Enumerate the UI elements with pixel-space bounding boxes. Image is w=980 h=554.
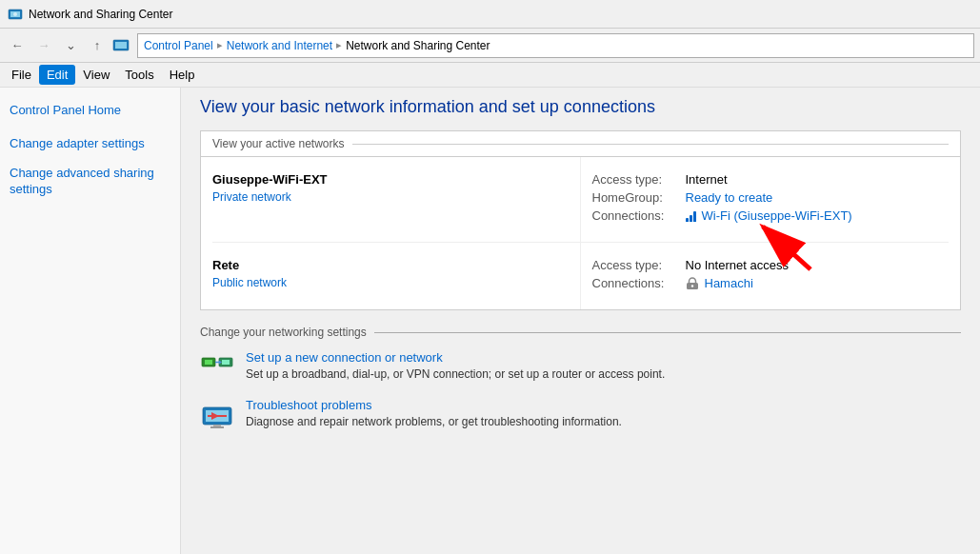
troubleshoot-icon: [200, 398, 234, 432]
settings-item-troubleshoot: Troubleshoot problems Diagnose and repai…: [200, 398, 961, 432]
network-2-connections-label: Connections:: [592, 276, 678, 290]
network-2-right: Access type: No Internet access Connecti…: [581, 243, 961, 309]
svg-point-6: [690, 285, 692, 287]
menu-tools[interactable]: Tools: [117, 65, 161, 85]
menu-file[interactable]: File: [4, 65, 39, 85]
network-1-access-label: Access type:: [592, 172, 678, 187]
settings-header-line: [374, 332, 961, 333]
svg-rect-10: [205, 360, 212, 365]
breadcrumb-bar: Control Panel ▸ Network and Internet ▸ N…: [137, 33, 974, 58]
breadcrumb-sep-2: ▸: [336, 39, 342, 51]
network-2-connections-link[interactable]: Hamachi: [686, 276, 753, 290]
menu-bar: File Edit View Tools Help: [0, 63, 980, 88]
network-2-left: Rete Public network: [201, 243, 581, 309]
network-1-type: Private network: [212, 190, 569, 204]
page-title: View your basic network information and …: [200, 97, 961, 117]
dropdown-button[interactable]: ⌄: [59, 34, 82, 57]
network-1-access-row: Access type: Internet: [592, 172, 950, 187]
network-1-right: Access type: Internet HomeGroup: Ready t…: [581, 157, 961, 242]
menu-view[interactable]: View: [75, 65, 117, 85]
network-2-access-value: No Internet access: [686, 258, 789, 272]
network-2-access-row: Access type: No Internet access: [592, 258, 950, 272]
network-1-connections-link[interactable]: Wi-Fi (Giuseppe-WiFi-EXT): [686, 208, 852, 223]
active-networks-label: View your active networks: [212, 137, 345, 150]
wifi-icon: [686, 209, 696, 222]
network-2-access-label: Access type:: [592, 258, 678, 272]
network-2-row: Rete Public network Access type: No Inte…: [201, 243, 960, 309]
svg-rect-12: [222, 360, 230, 365]
main-layout: Control Panel Home Change adapter settin…: [0, 88, 980, 554]
connection-icon-box: [200, 350, 234, 385]
back-button[interactable]: ←: [6, 34, 29, 57]
content-area: View your basic network information and …: [181, 88, 980, 554]
settings-header-label: Change your networking settings: [200, 326, 367, 339]
network-1-homegroup-label: HomeGroup:: [592, 190, 678, 205]
connection-icon: [200, 350, 234, 385]
title-bar-text: Network and Sharing Center: [29, 8, 172, 21]
menu-edit[interactable]: Edit: [39, 65, 75, 85]
menu-help[interactable]: Help: [162, 65, 203, 85]
breadcrumb-current: Network and Sharing Center: [346, 39, 490, 52]
breadcrumb-network-internet[interactable]: Network and Internet: [227, 39, 332, 52]
settings-troubleshoot-text: Troubleshoot problems Diagnose and repai…: [246, 398, 961, 430]
network-1-connections-row: Connections: Wi-Fi (Giuseppe-WiFi-EXT): [592, 208, 950, 223]
svg-point-2: [13, 12, 17, 16]
address-bar: ← → ⌄ ↑ Control Panel ▸ Network and Inte…: [0, 29, 980, 63]
wifi-bar-2: [690, 215, 692, 222]
network-2-connections-row: Connections: Hamachi: [592, 276, 950, 290]
sidebar-adapter-settings[interactable]: Change adapter settings: [10, 136, 170, 152]
forward-button[interactable]: →: [32, 34, 55, 57]
settings-item-connection: Set up a new connection or network Set u…: [200, 350, 961, 385]
network-1-left: Giuseppe-WiFi-EXT Private network: [201, 157, 581, 242]
network-1-connections-value: Wi-Fi (Giuseppe-WiFi-EXT): [702, 208, 852, 223]
network-1-row: Giuseppe-WiFi-EXT Private network Access…: [201, 157, 960, 242]
breadcrumb-icon: [112, 37, 130, 54]
network-2-name: Rete: [212, 258, 569, 272]
up-button[interactable]: ↑: [86, 34, 109, 57]
active-networks-header: View your active networks: [201, 131, 960, 157]
header-line: [352, 144, 949, 145]
wifi-bar-1: [686, 218, 689, 222]
settings-header: Change your networking settings: [200, 326, 961, 339]
setup-connection-link[interactable]: Set up a new connection or network: [246, 350, 961, 365]
vpn-icon: [686, 277, 699, 290]
network-1-homegroup-value[interactable]: Ready to create: [686, 190, 773, 205]
wifi-bar-3: [693, 211, 696, 222]
troubleshoot-icon-box: [200, 398, 234, 432]
setup-connection-desc: Set up a broadband, dial-up, or VPN conn…: [246, 367, 665, 381]
network-2-type: Public network: [212, 276, 569, 289]
network-2-connections-value: Hamachi: [705, 276, 753, 290]
sidebar: Control Panel Home Change adapter settin…: [0, 88, 181, 554]
network-1-access-value: Internet: [686, 172, 728, 187]
breadcrumb-control-panel[interactable]: Control Panel: [144, 39, 213, 52]
settings-section: Change your networking settings: [200, 326, 961, 432]
breadcrumb-sep-1: ▸: [217, 39, 223, 51]
title-bar-icon: [8, 7, 23, 22]
title-bar: Network and Sharing Center: [0, 0, 980, 29]
troubleshoot-link[interactable]: Troubleshoot problems: [246, 398, 961, 412]
network-1-homegroup-row: HomeGroup: Ready to create: [592, 190, 950, 205]
svg-rect-18: [210, 426, 224, 428]
network-1-name: Giuseppe-WiFi-EXT: [212, 172, 569, 187]
troubleshoot-desc: Diagnose and repair network problems, or…: [246, 415, 622, 428]
settings-connection-text: Set up a new connection or network Set u…: [246, 350, 961, 383]
network-1-connections-label: Connections:: [592, 208, 678, 223]
sidebar-home[interactable]: Control Panel Home: [10, 103, 170, 117]
svg-rect-4: [115, 42, 127, 49]
sidebar-advanced-sharing[interactable]: Change advanced sharing settings: [10, 166, 170, 198]
active-networks-box: View your active networks Giuseppe-WiFi-…: [200, 130, 961, 310]
